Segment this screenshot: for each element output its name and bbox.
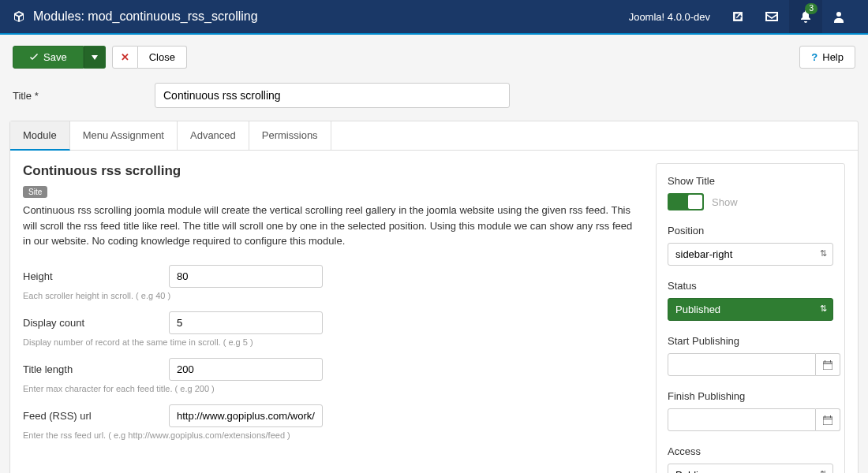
height-label: Height <box>23 270 153 282</box>
position-select[interactable]: sidebar-right <box>668 243 833 266</box>
version-label: Joomla! 4.0.0-dev <box>618 0 721 33</box>
page-title: Modules: mod_continuous_rss_scrolling <box>33 9 258 24</box>
finish-publishing-label: Finish Publishing <box>668 390 833 402</box>
title-input[interactable] <box>155 83 510 108</box>
start-publishing-input[interactable] <box>668 353 816 376</box>
svg-rect-9 <box>823 419 832 419</box>
save-button[interactable]: Save <box>13 46 84 69</box>
start-publishing-calendar-button[interactable] <box>816 353 840 376</box>
side-column: Show Title Show Position sidebar-right <box>656 163 845 473</box>
site-badge: Site <box>23 186 47 198</box>
title-length-hint: Enter max character for each feed title.… <box>23 384 640 393</box>
display-count-label: Display count <box>23 317 153 329</box>
tabs-container: Module Menu Assignment Advanced Permissi… <box>9 121 859 473</box>
external-link-button[interactable] <box>721 0 754 33</box>
feed-url-hint: Enter the rss feed url. ( e.g http://www… <box>23 430 640 440</box>
user-button[interactable] <box>822 0 855 33</box>
feed-url-label: Feed (RSS) url <box>23 410 153 422</box>
display-count-input[interactable] <box>169 311 323 334</box>
header-title: Modules: mod_continuous_rss_scrolling <box>13 9 618 24</box>
start-publishing-label: Start Publishing <box>668 335 833 347</box>
help-button-label: Help <box>822 51 844 63</box>
status-select[interactable]: Published <box>668 298 833 321</box>
toolbar: Save ✕ Close ? Help <box>0 35 868 80</box>
position-label: Position <box>668 225 833 236</box>
tabs: Module Menu Assignment Advanced Permissi… <box>10 121 858 151</box>
finish-publishing-calendar-button[interactable] <box>816 408 840 431</box>
height-input[interactable] <box>169 265 323 288</box>
notification-badge: 3 <box>805 3 817 14</box>
save-button-label: Save <box>43 51 67 63</box>
close-button-label: Close <box>149 51 175 63</box>
help-icon: ? <box>811 51 817 63</box>
toolbar-right: ? Help <box>799 46 855 69</box>
field-title-length: Title length Enter max character for eac… <box>23 358 640 393</box>
svg-rect-4 <box>830 360 831 363</box>
show-title-group: Show Title Show <box>668 175 833 210</box>
access-select[interactable]: Public <box>668 464 833 473</box>
calendar-icon <box>823 415 832 425</box>
title-row: Title * <box>0 80 868 121</box>
mail-button[interactable] <box>754 0 789 33</box>
close-button-group: ✕ Close <box>112 46 187 69</box>
close-button[interactable]: Close <box>138 46 187 69</box>
svg-rect-7 <box>825 415 825 418</box>
height-hint: Each scroller height in scroll. ( e.g 40… <box>23 291 640 300</box>
svg-rect-5 <box>823 363 832 364</box>
calendar-icon <box>823 360 832 370</box>
finish-publishing-input[interactable] <box>668 408 816 431</box>
help-button[interactable]: ? Help <box>799 46 855 69</box>
svg-point-1 <box>836 12 841 17</box>
save-button-group: Save <box>13 46 106 69</box>
access-label: Access <box>668 445 833 457</box>
show-title-toggle[interactable] <box>668 193 704 210</box>
title-length-label: Title length <box>23 363 153 375</box>
show-title-label: Show Title <box>668 175 833 187</box>
title-label: Title * <box>13 90 139 102</box>
main-column: Continuous rss scrolling Site Continuous… <box>23 163 640 473</box>
header-right: Joomla! 4.0.0-dev 3 <box>618 0 855 33</box>
check-icon <box>29 53 39 62</box>
cube-icon <box>13 10 25 23</box>
header: Modules: mod_continuous_rss_scrolling Jo… <box>0 0 868 35</box>
svg-rect-8 <box>830 415 831 418</box>
tab-module[interactable]: Module <box>10 121 70 151</box>
module-description: Continuous rss scrolling joomla module w… <box>23 203 640 249</box>
tab-permissions[interactable]: Permissions <box>249 121 331 150</box>
tab-menu-assignment[interactable]: Menu Assignment <box>70 121 178 150</box>
toggle-knob <box>688 195 702 209</box>
caret-down-icon <box>92 55 98 60</box>
field-feed-url: Feed (RSS) url Enter the rss feed url. (… <box>23 404 640 440</box>
status-label: Status <box>668 280 833 292</box>
save-dropdown-button[interactable] <box>84 46 106 69</box>
show-title-text: Show <box>712 196 738 208</box>
field-height: Height Each scroller height in scroll. (… <box>23 265 640 300</box>
content: Continuous rss scrolling Site Continuous… <box>10 151 858 473</box>
access-group: Access Public <box>668 445 833 473</box>
display-count-hint: Display number of record at the same tim… <box>23 337 640 347</box>
feed-url-input[interactable] <box>169 404 323 427</box>
title-length-input[interactable] <box>169 358 323 381</box>
close-x-button[interactable]: ✕ <box>112 46 138 69</box>
notifications-button[interactable]: 3 <box>789 0 822 33</box>
svg-rect-3 <box>825 360 825 363</box>
start-publishing-group: Start Publishing <box>668 335 833 376</box>
position-group: Position sidebar-right <box>668 225 833 266</box>
field-display-count: Display count Display number of record a… <box>23 311 640 347</box>
finish-publishing-group: Finish Publishing <box>668 390 833 431</box>
module-heading: Continuous rss scrolling <box>23 163 640 179</box>
tab-advanced[interactable]: Advanced <box>178 121 249 150</box>
svg-rect-2 <box>823 362 832 370</box>
svg-rect-6 <box>823 417 832 425</box>
status-group: Status Published <box>668 280 833 321</box>
